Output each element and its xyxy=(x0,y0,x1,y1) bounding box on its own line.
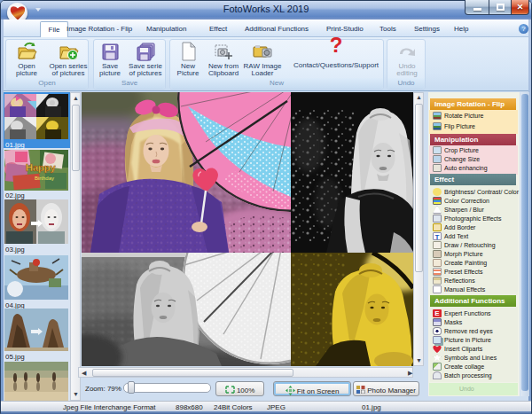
svg-text:Happy: Happy xyxy=(26,162,57,173)
svg-text:Birthday: Birthday xyxy=(35,176,54,181)
